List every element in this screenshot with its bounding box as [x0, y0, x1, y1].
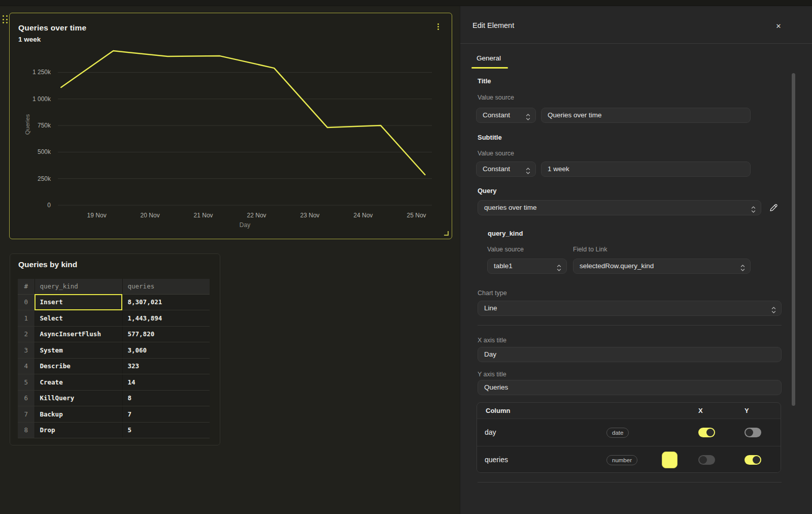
queries-cell[interactable]: 14 — [122, 374, 210, 391]
type-badge: date — [606, 428, 629, 438]
query-kind-cell[interactable]: Drop — [35, 422, 122, 438]
subtitle-section-label: Subtitle — [478, 134, 502, 141]
row-index: 3 — [18, 342, 35, 359]
queries-cell[interactable]: 8 — [122, 390, 210, 406]
col-header-queries: queries — [122, 279, 210, 294]
subtitle-value-source-label: Value source — [478, 150, 514, 157]
drag-handle-icon[interactable] — [3, 15, 9, 24]
query-kind-cell[interactable]: AsyncInsertFlush — [35, 326, 122, 342]
table-row: 7Backup7 — [18, 406, 210, 423]
row-index: 7 — [18, 406, 35, 423]
x-axis-label: Day — [240, 221, 250, 229]
qk-field-select[interactable]: selectedRow.query_kind — [573, 259, 751, 274]
row-index: 0 — [18, 294, 35, 310]
y-header: Y — [745, 407, 749, 414]
title-value-source-label: Value source — [478, 94, 514, 101]
y-axis-title-input[interactable]: Queries — [478, 380, 782, 395]
column-header: Column — [486, 407, 510, 414]
svg-text:23 Nov: 23 Nov — [300, 212, 320, 219]
col-header-query-kind: query_kind — [35, 279, 122, 294]
series-color-swatch[interactable] — [662, 452, 678, 468]
x-toggle-queries[interactable] — [698, 455, 715, 465]
chevron-updown-icon — [557, 263, 561, 274]
queries-by-kind-table: # query_kind queries 0Insert8,307,0211Se… — [18, 279, 210, 438]
queries-cell[interactable]: 7 — [122, 406, 210, 423]
row-index: 4 — [18, 358, 35, 374]
chevron-updown-icon — [740, 263, 745, 274]
title-source-select[interactable]: Constant — [476, 108, 536, 123]
subtitle-source-select[interactable]: Constant — [476, 162, 536, 177]
queries-cell[interactable]: 323 — [122, 358, 210, 374]
query-select[interactable]: queries over time — [478, 200, 761, 215]
x-header: X — [698, 407, 703, 414]
scrollbar-thumb[interactable] — [792, 73, 795, 406]
row-index: 8 — [18, 422, 35, 438]
query-kind-cell[interactable]: System — [35, 342, 122, 359]
row-index: 6 — [18, 390, 35, 406]
chevron-updown-icon — [526, 166, 530, 177]
table-row: 4Describe323 — [18, 358, 210, 374]
section-divider — [478, 482, 782, 483]
qk-value-source-label: Value source — [487, 246, 524, 253]
close-icon[interactable]: ✕ — [773, 20, 784, 31]
svg-text:1 000k: 1 000k — [32, 95, 51, 103]
svg-text:22 Nov: 22 Nov — [247, 212, 266, 219]
table-row: 0Insert8,307,021 — [18, 294, 210, 310]
query-kind-cell[interactable]: Create — [35, 374, 122, 391]
y-toggle-day[interactable] — [745, 428, 761, 437]
x-toggle-day[interactable] — [698, 428, 715, 437]
edit-element-panel: Edit Element ✕ General Title Value sourc… — [460, 6, 812, 514]
svg-text:750k: 750k — [38, 122, 51, 129]
title-section-label: Title — [478, 77, 491, 85]
svg-text:19 Nov: 19 Nov — [87, 212, 107, 219]
chart-panel[interactable]: Queries over time 1 week 0250k500k750k1 … — [9, 13, 452, 239]
column-config-row: daydate — [477, 419, 781, 446]
query-kind-cell[interactable]: Select — [35, 310, 122, 327]
queries-cell[interactable]: 1,443,894 — [122, 310, 210, 327]
section-divider — [478, 325, 782, 326]
tab-general[interactable]: General — [477, 54, 501, 62]
subtitle-value-input[interactable]: 1 week — [541, 162, 751, 177]
y-toggle-queries[interactable] — [745, 455, 761, 465]
table-row: 1Select1,443,894 — [18, 310, 210, 327]
chart-type-label: Chart type — [478, 290, 507, 297]
x-axis-title-label: X axis title — [478, 337, 506, 344]
column-name: day — [485, 428, 496, 436]
title-value-input[interactable]: Queries over time — [541, 108, 751, 123]
qk-field-to-link-label: Field to Link — [573, 246, 607, 253]
col-header-index: # — [18, 279, 35, 294]
query-kind-cell[interactable]: KillQuery — [35, 390, 122, 406]
svg-text:21 Nov: 21 Nov — [194, 212, 213, 219]
queries-cell[interactable]: 5 — [122, 422, 210, 438]
qk-source-select[interactable]: table1 — [487, 259, 567, 274]
chart-type-select[interactable]: Line — [478, 301, 782, 316]
query-kind-cell[interactable]: Backup — [35, 406, 122, 423]
panel-title: Edit Element — [472, 21, 514, 29]
columns-config-table: Column X Y daydatequeriesnumber — [477, 402, 781, 473]
line-chart: 0250k500k750k1 000k1 250k19 Nov20 Nov21 … — [10, 13, 451, 238]
y-axis-title-label: Y axis title — [478, 371, 506, 378]
tab-active-underline — [471, 67, 508, 69]
top-strip — [0, 0, 812, 6]
row-index: 2 — [18, 326, 35, 342]
svg-text:0: 0 — [47, 202, 51, 209]
chevron-updown-icon — [771, 305, 776, 316]
queries-cell[interactable]: 3,060 — [122, 342, 210, 359]
app-canvas: Queries over time 1 week 0250k500k750k1 … — [0, 0, 812, 514]
queries-cell[interactable]: 8,307,021 — [122, 294, 210, 310]
query-kind-cell[interactable]: Describe — [35, 358, 122, 374]
x-axis-title-input[interactable]: Day — [478, 347, 782, 362]
resize-handle[interactable] — [444, 231, 449, 236]
header-divider — [460, 43, 812, 44]
table-title: Queries by kind — [18, 260, 77, 269]
y-axis-label: Queries — [24, 114, 30, 135]
row-index: 1 — [18, 310, 35, 327]
query-kind-cell[interactable]: Insert — [35, 294, 122, 310]
edit-pencil-icon[interactable] — [769, 203, 778, 212]
queries-cell[interactable]: 577,820 — [122, 326, 210, 342]
type-badge: number — [606, 455, 637, 465]
table-row: 5Create14 — [18, 374, 210, 391]
table-row: 2AsyncInsertFlush577,820 — [18, 326, 210, 342]
column-name: queries — [485, 456, 508, 464]
table-row: 8Drop5 — [18, 422, 210, 438]
